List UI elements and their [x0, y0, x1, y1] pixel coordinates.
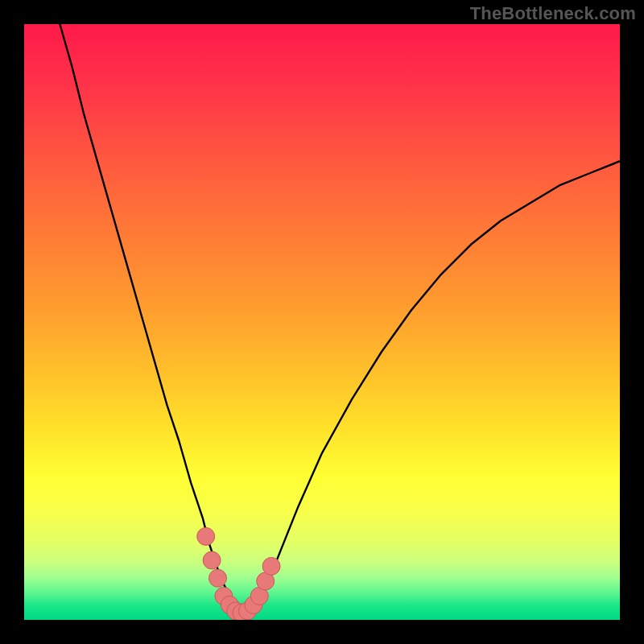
bottleneck-curve [60, 24, 620, 614]
watermark-text: TheBottleneck.com [470, 3, 636, 24]
curve-marker [262, 557, 280, 575]
chart-svg [24, 24, 620, 620]
curve-marker [203, 551, 221, 569]
chart-frame: TheBottleneck.com [0, 0, 644, 644]
curve-marker [209, 569, 227, 587]
curve-marker [197, 527, 215, 545]
plot-area [24, 24, 620, 620]
curve-markers [197, 527, 280, 620]
